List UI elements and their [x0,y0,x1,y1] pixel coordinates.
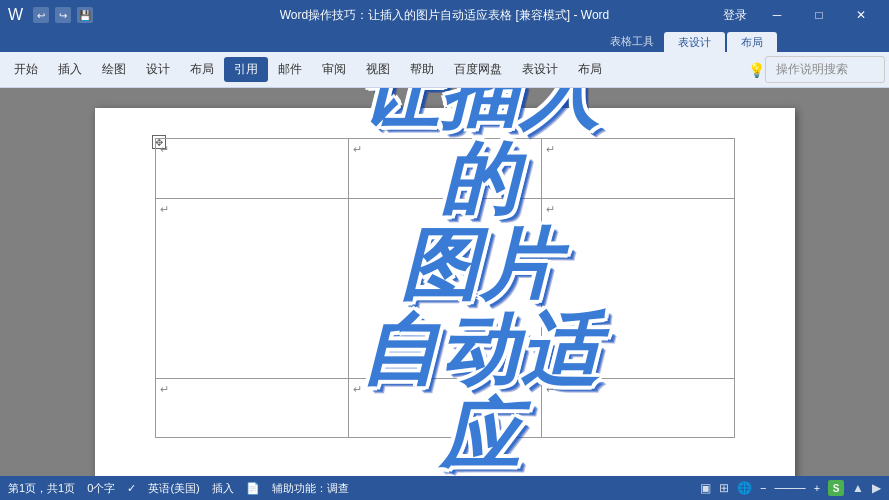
page-icon: 📄 [246,482,260,495]
page-count: 第1页，共1页 [8,481,75,496]
language: 英语(美国) [148,481,199,496]
lightbulb-icon: 💡 [748,62,765,78]
table-row: ↵ ↵ ↵ [155,378,734,438]
menu-home[interactable]: 开始 [4,57,48,82]
save-button[interactable]: 💾 [77,7,93,23]
titlebar-left: W ↩ ↪ 💾 [8,6,93,24]
table-cell[interactable]: ↵ [348,378,541,438]
menu-design[interactable]: 设计 [136,57,180,82]
window-title: Word操作技巧：让插入的图片自动适应表格 [兼容模式] - Word [280,7,610,24]
char-count: 0个字 [87,481,115,496]
redo-button[interactable]: ↪ [55,7,71,23]
table-cell[interactable] [348,198,541,378]
menu-bar: 开始 插入 绘图 设计 布局 引用 邮件 审阅 视图 帮助 百度网盘 表设计 布… [0,52,889,88]
menu-review[interactable]: 审阅 [312,57,356,82]
tab-layout[interactable]: 布局 [727,32,777,52]
menu-table-design[interactable]: 表设计 [512,57,568,82]
close-button[interactable]: ✕ [841,0,881,30]
search-help-button[interactable]: 操作说明搜索 [765,56,885,83]
table-row: ↵ ↵ ↵ [155,139,734,199]
document-table: ↵ ↵ ↵ ↵ ↵ ↵ ↵ ↵ [155,138,735,438]
table-cell[interactable]: ↵ [348,139,541,199]
menu-layout[interactable]: 布局 [180,57,224,82]
title-bar: W ↩ ↪ 💾 Word操作技巧：让插入的图片自动适应表格 [兼容模式] - W… [0,0,889,30]
zoom-plus[interactable]: + [814,482,820,494]
undo-button[interactable]: ↩ [33,7,49,23]
tool-tab-label: 表格工具 [600,34,664,49]
wps-icon: S [828,480,844,496]
document-area: ✥ ↵ ↵ ↵ ↵ ↵ ↵ ↵ ↵ 让插入的 图片 自动适应 表格 [0,88,889,476]
insert-mode: 插入 [212,481,234,496]
statusbar-right: ▣ ⊞ 🌐 − ──── + S ▲ ▶ [700,480,881,496]
view-read-button[interactable]: ⊞ [719,481,729,495]
menu-references[interactable]: 引用 [224,57,268,82]
zoom-minus[interactable]: − [760,482,766,494]
menu-mailings[interactable]: 邮件 [268,57,312,82]
menu-baidu[interactable]: 百度网盘 [444,57,512,82]
table-row: ↵ ↵ [155,198,734,378]
titlebar-right: 登录 ─ □ ✕ [715,0,881,30]
view-print-button[interactable]: ▣ [700,481,711,495]
more-button[interactable]: ▶ [872,481,881,495]
menu-table-layout[interactable]: 布局 [568,57,612,82]
table-cell[interactable]: ↵ [541,139,734,199]
view-web-button[interactable]: 🌐 [737,481,752,495]
table-cell[interactable]: ↵ [155,198,348,378]
document-page: ✥ ↵ ↵ ↵ ↵ ↵ ↵ ↵ ↵ 让插入的 图片 自动适应 表格 [95,108,795,476]
login-button[interactable]: 登录 [715,0,755,30]
menu-view[interactable]: 视图 [356,57,400,82]
table-cell[interactable]: ↵ [155,378,348,438]
table-cell[interactable]: ↵ [541,378,734,438]
maximize-button[interactable]: □ [799,0,839,30]
menu-insert[interactable]: 插入 [48,57,92,82]
menu-draw[interactable]: 绘图 [92,57,136,82]
spell-icon[interactable]: ✓ [127,482,136,495]
table-cell[interactable]: ↵ [155,139,348,199]
menu-help[interactable]: 帮助 [400,57,444,82]
accessibility[interactable]: 辅助功能：调查 [272,481,349,496]
expand-button[interactable]: ▲ [852,481,864,495]
status-bar: 第1页，共1页 0个字 ✓ 英语(美国) 插入 📄 辅助功能：调查 ▣ ⊞ 🌐 … [0,476,889,500]
tool-tab-bar: 表格工具 表设计 布局 [0,30,889,52]
table-cell[interactable]: ↵ [541,198,734,378]
word-icon: W [8,6,23,24]
minimize-button[interactable]: ─ [757,0,797,30]
tab-table-design[interactable]: 表设计 [664,32,725,52]
zoom-slider[interactable]: ──── [774,482,805,494]
